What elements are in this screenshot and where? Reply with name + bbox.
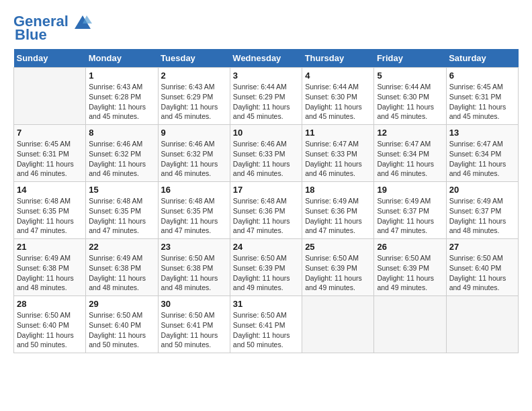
day-info: Sunrise: 6:44 AM Sunset: 6:29 PM Dayligh…	[233, 82, 299, 122]
day-number: 11	[305, 128, 371, 138]
day-info: Sunrise: 6:49 AM Sunset: 6:37 PM Dayligh…	[377, 196, 443, 236]
calendar-week-row: 21Sunrise: 6:49 AM Sunset: 6:38 PM Dayli…	[14, 239, 519, 296]
calendar-week-row: 14Sunrise: 6:48 AM Sunset: 6:35 PM Dayli…	[14, 182, 519, 239]
day-info: Sunrise: 6:46 AM Sunset: 6:33 PM Dayligh…	[233, 139, 299, 179]
calendar-cell: 20Sunrise: 6:49 AM Sunset: 6:37 PM Dayli…	[446, 182, 518, 239]
calendar-cell	[302, 296, 374, 353]
calendar-cell: 31Sunrise: 6:50 AM Sunset: 6:41 PM Dayli…	[230, 296, 302, 353]
day-number: 31	[233, 299, 299, 309]
day-of-week-header: Sunday	[14, 49, 86, 68]
day-info: Sunrise: 6:46 AM Sunset: 6:32 PM Dayligh…	[161, 139, 227, 179]
calendar-cell	[14, 68, 86, 125]
calendar-cell: 19Sunrise: 6:49 AM Sunset: 6:37 PM Dayli…	[374, 182, 446, 239]
day-number: 14	[17, 185, 83, 195]
day-number: 8	[89, 128, 154, 138]
calendar-cell: 29Sunrise: 6:50 AM Sunset: 6:40 PM Dayli…	[86, 296, 158, 353]
calendar-cell: 10Sunrise: 6:46 AM Sunset: 6:33 PM Dayli…	[230, 125, 302, 182]
day-info: Sunrise: 6:50 AM Sunset: 6:39 PM Dayligh…	[233, 253, 299, 293]
day-info: Sunrise: 6:43 AM Sunset: 6:28 PM Dayligh…	[89, 82, 154, 122]
day-number: 12	[377, 128, 443, 138]
calendar-cell: 8Sunrise: 6:46 AM Sunset: 6:32 PM Daylig…	[86, 125, 158, 182]
day-info: Sunrise: 6:47 AM Sunset: 6:34 PM Dayligh…	[377, 139, 443, 179]
page-header: General Blue	[13, 13, 519, 42]
day-info: Sunrise: 6:49 AM Sunset: 6:36 PM Dayligh…	[305, 196, 371, 236]
day-info: Sunrise: 6:49 AM Sunset: 6:38 PM Dayligh…	[17, 253, 83, 293]
day-info: Sunrise: 6:48 AM Sunset: 6:35 PM Dayligh…	[17, 196, 83, 236]
calendar-week-row: 7Sunrise: 6:45 AM Sunset: 6:31 PM Daylig…	[14, 125, 519, 182]
day-number: 29	[89, 299, 154, 309]
calendar-cell: 14Sunrise: 6:48 AM Sunset: 6:35 PM Dayli…	[14, 182, 86, 239]
day-info: Sunrise: 6:50 AM Sunset: 6:38 PM Dayligh…	[161, 253, 227, 293]
calendar-week-row: 1Sunrise: 6:43 AM Sunset: 6:28 PM Daylig…	[14, 68, 519, 125]
day-info: Sunrise: 6:44 AM Sunset: 6:30 PM Dayligh…	[305, 82, 371, 122]
calendar-cell: 15Sunrise: 6:48 AM Sunset: 6:35 PM Dayli…	[86, 182, 158, 239]
day-number: 20	[449, 185, 515, 195]
day-info: Sunrise: 6:50 AM Sunset: 6:41 PM Dayligh…	[233, 310, 299, 350]
day-info: Sunrise: 6:50 AM Sunset: 6:39 PM Dayligh…	[305, 253, 371, 293]
calendar-cell: 13Sunrise: 6:47 AM Sunset: 6:34 PM Dayli…	[446, 125, 518, 182]
day-number: 27	[449, 242, 515, 252]
calendar-cell: 1Sunrise: 6:43 AM Sunset: 6:28 PM Daylig…	[86, 68, 158, 125]
day-number: 13	[449, 128, 515, 138]
day-number: 17	[233, 185, 299, 195]
calendar-cell: 16Sunrise: 6:48 AM Sunset: 6:35 PM Dayli…	[158, 182, 230, 239]
calendar-cell: 2Sunrise: 6:43 AM Sunset: 6:29 PM Daylig…	[158, 68, 230, 125]
day-number: 10	[233, 128, 299, 138]
calendar-cell: 7Sunrise: 6:45 AM Sunset: 6:31 PM Daylig…	[14, 125, 86, 182]
day-info: Sunrise: 6:49 AM Sunset: 6:37 PM Dayligh…	[449, 196, 515, 236]
day-number: 6	[449, 71, 515, 81]
day-of-week-header: Saturday	[446, 49, 518, 68]
day-number: 22	[89, 242, 154, 252]
day-info: Sunrise: 6:47 AM Sunset: 6:34 PM Dayligh…	[449, 139, 515, 179]
day-number: 25	[305, 242, 371, 252]
calendar-cell: 24Sunrise: 6:50 AM Sunset: 6:39 PM Dayli…	[230, 239, 302, 296]
calendar-cell: 6Sunrise: 6:45 AM Sunset: 6:31 PM Daylig…	[446, 68, 518, 125]
day-number: 21	[17, 242, 83, 252]
calendar-cell: 3Sunrise: 6:44 AM Sunset: 6:29 PM Daylig…	[230, 68, 302, 125]
calendar-cell: 23Sunrise: 6:50 AM Sunset: 6:38 PM Dayli…	[158, 239, 230, 296]
day-of-week-header: Monday	[86, 49, 158, 68]
day-info: Sunrise: 6:50 AM Sunset: 6:40 PM Dayligh…	[89, 310, 154, 350]
calendar-cell: 22Sunrise: 6:49 AM Sunset: 6:38 PM Dayli…	[86, 239, 158, 296]
day-number: 30	[161, 299, 227, 309]
day-number: 23	[161, 242, 227, 252]
calendar-cell	[374, 296, 446, 353]
day-info: Sunrise: 6:50 AM Sunset: 6:40 PM Dayligh…	[449, 253, 515, 293]
calendar-cell: 28Sunrise: 6:50 AM Sunset: 6:40 PM Dayli…	[14, 296, 86, 353]
day-number: 4	[305, 71, 371, 81]
calendar-cell: 26Sunrise: 6:50 AM Sunset: 6:39 PM Dayli…	[374, 239, 446, 296]
calendar-cell: 12Sunrise: 6:47 AM Sunset: 6:34 PM Dayli…	[374, 125, 446, 182]
day-info: Sunrise: 6:43 AM Sunset: 6:29 PM Dayligh…	[161, 82, 227, 122]
day-number: 3	[233, 71, 299, 81]
calendar-header-row: SundayMondayTuesdayWednesdayThursdayFrid…	[14, 49, 519, 68]
logo: General Blue	[13, 13, 93, 42]
day-info: Sunrise: 6:47 AM Sunset: 6:33 PM Dayligh…	[305, 139, 371, 179]
calendar-cell: 9Sunrise: 6:46 AM Sunset: 6:32 PM Daylig…	[158, 125, 230, 182]
calendar-cell	[446, 296, 518, 353]
day-info: Sunrise: 6:50 AM Sunset: 6:41 PM Dayligh…	[161, 310, 227, 350]
day-of-week-header: Wednesday	[230, 49, 302, 68]
day-of-week-header: Thursday	[302, 49, 374, 68]
logo-icon	[73, 14, 92, 30]
calendar-cell: 17Sunrise: 6:48 AM Sunset: 6:36 PM Dayli…	[230, 182, 302, 239]
calendar-table: SundayMondayTuesdayWednesdayThursdayFrid…	[13, 49, 519, 353]
day-number: 19	[377, 185, 443, 195]
day-number: 5	[377, 71, 443, 81]
calendar-cell: 27Sunrise: 6:50 AM Sunset: 6:40 PM Dayli…	[446, 239, 518, 296]
day-number: 15	[89, 185, 154, 195]
day-info: Sunrise: 6:48 AM Sunset: 6:35 PM Dayligh…	[89, 196, 154, 236]
calendar-cell: 25Sunrise: 6:50 AM Sunset: 6:39 PM Dayli…	[302, 239, 374, 296]
calendar-cell: 11Sunrise: 6:47 AM Sunset: 6:33 PM Dayli…	[302, 125, 374, 182]
calendar-cell: 21Sunrise: 6:49 AM Sunset: 6:38 PM Dayli…	[14, 239, 86, 296]
day-number: 18	[305, 185, 371, 195]
day-number: 28	[17, 299, 83, 309]
day-info: Sunrise: 6:46 AM Sunset: 6:32 PM Dayligh…	[89, 139, 154, 179]
day-number: 26	[377, 242, 443, 252]
day-number: 9	[161, 128, 227, 138]
day-info: Sunrise: 6:44 AM Sunset: 6:30 PM Dayligh…	[377, 82, 443, 122]
day-info: Sunrise: 6:50 AM Sunset: 6:40 PM Dayligh…	[17, 310, 83, 350]
day-number: 7	[17, 128, 83, 138]
calendar-cell: 18Sunrise: 6:49 AM Sunset: 6:36 PM Dayli…	[302, 182, 374, 239]
day-number: 2	[161, 71, 227, 81]
day-info: Sunrise: 6:45 AM Sunset: 6:31 PM Dayligh…	[449, 82, 515, 122]
